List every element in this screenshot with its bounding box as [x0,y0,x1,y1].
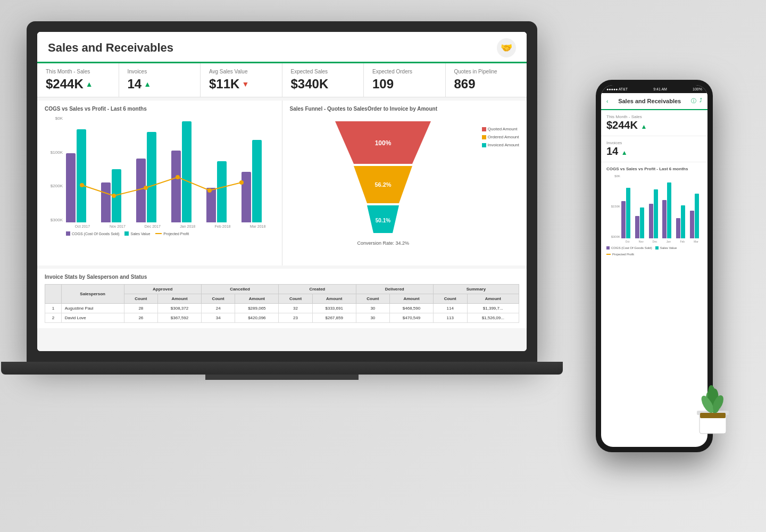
table-row[interactable]: 1 Augustine Paul 28 $308,372 24 $289,065… [45,304,519,313]
phone-kpi-label-1: Invoices [606,140,702,145]
phone-bar-teal-4 [681,205,685,238]
legend-sales: Sales Value [124,231,150,236]
kpi-expected-sales[interactable]: Expected Sales $340K [282,63,364,97]
bar-chart-area: $300K $200K $100K $0K [45,116,274,222]
phone-bar-group-4 [676,205,688,238]
phone-legend-sales: Sales Value [655,246,677,250]
row-name-1: David Love [61,313,124,323]
phone-kpi-label-0: This Month - Sales [606,114,702,119]
legend-ordered-label: Ordered Amount [488,135,519,139]
phone-bar-teal-5 [695,194,699,238]
logo-icon: 🤝 [497,38,516,57]
phone-chart-title: COGS vs Sales vs Profit - Last 6 months [606,167,702,171]
page-title: Sales and Receivables [48,41,173,55]
th-delivered-count: Count [356,294,390,304]
laptop-body: Sales and Receivables 🤝 This Month - Sal… [27,21,537,362]
phone-kpi-value-0: $244K ▲ [606,119,702,131]
bar-teal-5 [252,140,262,222]
bar-purple-4 [206,188,216,222]
row-approved-amount-1: $367,592 [158,313,202,323]
kpi-this-month-sales[interactable]: This Month - Sales $244K ▲ [37,63,119,97]
svg-text:100%: 100% [375,139,392,147]
legend-quoted: Quoted Amount [482,127,519,131]
x-label-0: Oct 2017 [66,225,99,228]
row-cancelled-count-0: 24 [201,304,235,313]
funnel-chart-panel: Sales Funnel - Quotes to SalesOrder to I… [282,101,527,265]
info-icon[interactable]: ⓘ [691,97,696,105]
bar-group-2 [136,132,169,222]
phone-kpi-sales[interactable]: This Month - Sales $244K ▲ [601,110,707,136]
row-num-1: 2 [45,313,62,323]
row-delivered-count-0: 30 [356,304,390,313]
x-label-4: Feb 2018 [206,225,239,228]
y-axis: $300K $200K $100K $0K [45,116,65,222]
bar-purple-1 [101,182,111,222]
bar-teal-4 [217,161,227,222]
th-summary-amount: Amount [467,294,519,304]
kpi-expected-orders[interactable]: Expected Orders 109 [364,63,446,97]
th-cancelled-count: Count [201,294,235,304]
kpi-invoices[interactable]: Invoices 14 ▲ [119,63,201,97]
phone-kpi-invoices[interactable]: Invoices 14 ▲ [601,136,707,162]
dashboard: Sales and Receivables 🤝 This Month - Sal… [37,32,527,351]
phone-x-label-3: Jan [662,240,675,243]
svg-rect-14 [700,413,726,418]
row-created-count-0: 32 [279,304,313,313]
plant-svg [692,372,734,436]
bar-purple-3 [171,151,181,222]
row-approved-amount-0: $308,372 [158,304,202,313]
phone-bar-purple-0 [621,201,626,238]
row-created-amount-0: $333,691 [312,304,356,313]
phone-time: 9:41 AM [653,87,667,91]
phone-y-2: $300K [606,235,620,238]
th-approved-count: Count [124,294,158,304]
bar-teal-0 [77,129,86,222]
phone-bar-group-1 [635,207,647,238]
legend-invoiced: Invoiced Amount [482,143,519,147]
th-num [45,285,62,304]
th-delivered-amount: Amount [390,294,434,304]
bar-purple-2 [136,159,146,222]
phone-x-label-5: Mar [690,240,702,243]
row-num-0: 1 [45,304,62,313]
share-icon[interactable]: ⤴ [700,97,702,105]
phone-bar-purple-2 [649,204,653,238]
kpi-value-3: $340K [291,77,355,92]
bar-teal-2 [147,132,156,222]
phone-x-label-0: Oct [621,240,634,243]
row-summary-count-0: 114 [433,304,467,313]
bar-group-3 [171,121,204,222]
phone-bar-teal-0 [626,188,630,238]
dashboard-header: Sales and Receivables 🤝 [37,32,527,63]
phone-bar-purple-4 [676,218,680,238]
legend-cogs-label: COGS (Cost Of Goods Sold) [72,232,119,236]
th-summary-count: Count [433,294,467,304]
phone-bar-teal-3 [667,182,671,238]
table-section: Invoice Stats by Salesperson and Status … [37,269,527,328]
phone-chart-legend: COGS (Cost Of Goods Sold) Sales Value Pr… [606,246,702,256]
kpi-label-1: Invoices [128,69,192,74]
phone-bar-group-5 [690,194,702,238]
row-delivered-amount-0: $468,590 [390,304,434,313]
phone-status-bar: ●●●●● AT&T 9:41 AM 100% [601,85,707,93]
legend-cogs-color [66,231,70,236]
phone-carrier: ●●●●● AT&T [606,87,628,91]
th-approved-amount: Amount [158,294,202,304]
phone-back-button[interactable]: ‹ [606,98,608,104]
phone-bar-group-0 [621,188,634,238]
phone-bar-purple-3 [662,200,667,238]
table-row[interactable]: 2 David Love 26 $367,592 34 $420,096 23 … [45,313,519,323]
phone-legend-profit: Projected Profit [606,253,634,256]
laptop-stand [205,375,359,380]
phone-legend-cogs-label: COGS (Cost Of Goods Sold) [611,246,652,250]
legend-cogs: COGS (Cost Of Goods Sold) [66,231,119,236]
legend-sales-label: Sales Value [130,232,150,236]
phone-header: ‹ Sales and Receivables ⓘ ⤴ [601,93,707,110]
legend-invoiced-label: Invoiced Amount [488,143,519,147]
kpi-value-0: $244K ▲ [46,77,110,92]
bar-chart-title: COGS vs Sales vs Profit - Last 6 months [45,106,274,112]
kpi-value-1: 14 ▲ [128,77,192,92]
legend-sales-color [124,231,129,236]
kpi-avg-sales-value[interactable]: Avg Sales Value $11K ▼ [201,63,282,97]
kpi-quotes-pipeline[interactable]: Quotes in Pipeline 869 [446,63,527,97]
